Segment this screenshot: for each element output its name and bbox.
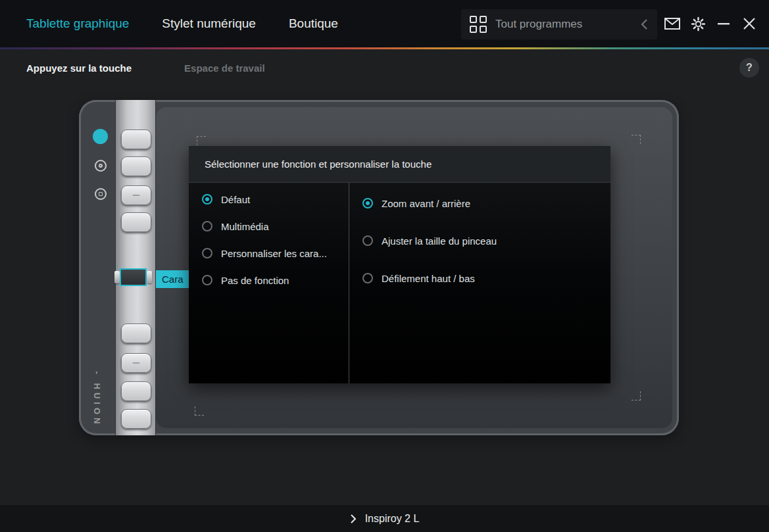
mail-icon[interactable]	[664, 16, 680, 32]
radio-button-icon	[202, 221, 212, 231]
scroller-wheel[interactable]	[114, 268, 152, 286]
press-key-6[interactable]	[121, 353, 151, 373]
press-key-8[interactable]	[121, 409, 151, 429]
key-function-tooltip: Cara	[156, 270, 191, 288]
active-key-indicator-icon	[93, 129, 108, 144]
active-area-corner-mark	[632, 135, 641, 144]
active-area-corner-mark	[632, 391, 641, 400]
minimize-icon[interactable]	[716, 16, 732, 32]
radio-button-icon	[202, 275, 212, 285]
press-key-4[interactable]	[121, 212, 151, 232]
radio-ajuster-taille-pinceau[interactable]: Ajuster la taille du pinceau	[362, 233, 610, 249]
radio-button-icon	[362, 273, 373, 283]
nav-tablette-graphique[interactable]: Tablette graphique	[26, 16, 129, 31]
press-key-strip	[115, 100, 156, 435]
tab-workspace[interactable]: Espace de travail	[184, 62, 265, 74]
settings-gear-icon[interactable]	[690, 16, 706, 32]
device-name: Inspiroy 2 L	[365, 513, 420, 525]
function-option-list: Zoom avant / arrière Ajuster la taille d…	[349, 183, 610, 383]
nav-boutique[interactable]: Boutique	[289, 16, 338, 31]
close-icon[interactable]	[741, 16, 757, 32]
radio-button-icon	[202, 248, 212, 258]
pen-button-lower-icon[interactable]	[95, 188, 107, 200]
press-key-1[interactable]	[121, 130, 151, 149]
press-key-5[interactable]	[121, 324, 151, 343]
pen-button-upper-icon[interactable]	[95, 160, 107, 172]
radio-button-icon	[362, 235, 373, 246]
press-key-7[interactable]	[121, 381, 151, 401]
radio-button-icon	[362, 198, 373, 208]
radio-zoom-avant-arriere[interactable]: Zoom avant / arrière	[362, 195, 610, 211]
active-area-corner-mark	[195, 406, 204, 416]
radio-multimedia[interactable]: Multimédia	[202, 218, 349, 234]
radio-pas-de-fonction[interactable]: Pas de fonction	[202, 272, 349, 288]
sub-tab-row: Appuyez sur la touche Espace de travail	[0, 49, 769, 86]
chevron-left-icon[interactable]	[641, 18, 648, 30]
radio-button-icon	[202, 194, 212, 205]
press-key-2[interactable]	[121, 157, 151, 176]
footer-options: Activer les touches tactiles Activer Pre…	[0, 472, 769, 498]
device-status-bar[interactable]: Inspiroy 2 L	[0, 505, 769, 532]
chevron-right-icon	[350, 514, 357, 524]
press-key-3[interactable]	[121, 185, 151, 205]
key-function-dialog: Sélectionner une fonction et personnalis…	[189, 146, 610, 383]
window-controls	[664, 0, 757, 47]
program-selector[interactable]: Tout programmes	[461, 9, 657, 39]
radio-defilement-haut-bas[interactable]: Défilement haut / bas	[362, 270, 610, 286]
all-programs-grid-icon	[470, 16, 487, 33]
function-category-list: Défaut Multimédia Personnaliser les cara…	[189, 183, 349, 383]
tab-press-key[interactable]: Appuyez sur la touche	[26, 62, 132, 74]
top-bar: Tablette graphique Stylet numérique Bout…	[0, 0, 769, 47]
active-area-corner-mark	[197, 136, 206, 145]
main-nav: Tablette graphique Stylet numérique Bout…	[26, 0, 338, 47]
brand-logo: - HUION	[93, 356, 102, 435]
radio-defaut[interactable]: Défaut	[202, 191, 349, 207]
nav-stylet-numerique[interactable]: Stylet numérique	[162, 16, 256, 31]
radio-personnaliser[interactable]: Personnaliser les cara...	[202, 245, 349, 261]
dialog-title: Sélectionner une fonction et personnalis…	[189, 146, 610, 183]
help-icon[interactable]: ?	[739, 58, 759, 78]
program-selector-label: Tout programmes	[495, 18, 641, 31]
